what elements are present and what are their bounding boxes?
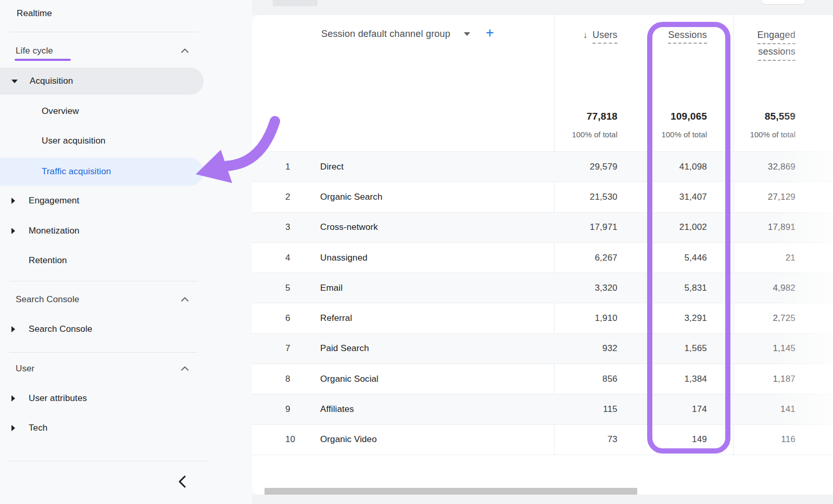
sidebar-item-retention[interactable]: Retention [0,247,204,274]
sidebar-item-search-console[interactable]: Search Console [0,316,204,343]
divider [9,32,198,32]
row-channel: Organic Social [320,374,378,384]
chevron-up-icon[interactable] [181,297,188,302]
sidebar-item-acquisition[interactable]: Acquisition [0,68,204,95]
total-engaged-subtext: 100% of total [750,130,796,139]
expand-triangle-icon[interactable] [11,425,15,431]
column-header-label: Engaged [758,30,796,44]
sidebar-item-label: Traffic acquisition [42,166,111,177]
row-users: 856 [602,374,617,384]
table-row[interactable]: 10 Organic Video 73 149 116 [252,425,833,455]
sort-descending-icon[interactable]: ↓ [583,30,588,40]
table-row[interactable]: 2 Organic Search 21,530 31,407 27,129 [252,182,833,212]
section-header-user[interactable]: User [0,355,204,382]
dimension-dropdown[interactable]: Session default channel group [321,29,450,40]
row-users: 6,267 [595,253,617,263]
row-sessions: 5,446 [684,253,707,263]
sidebar-item-monetization[interactable]: Monetization [0,217,204,244]
total-users-subtext: 100% of total [572,130,617,139]
column-header-users[interactable]: ↓Users [583,30,617,41]
sidebar-item-label: Monetization [29,226,80,236]
row-engaged: 4,982 [773,283,796,293]
table-row[interactable]: 8 Organic Social 856 1,384 1,187 [252,364,833,394]
chevron-left-icon [175,473,190,490]
sidebar-item-traffic-acquisition[interactable]: Traffic acquisition [0,158,204,186]
divider [9,352,198,353]
row-engaged: 17,891 [768,222,796,232]
report-navigation-sidebar: Realtime Life cycle Acquisition Overview… [0,0,252,504]
row-rank: 4 [285,253,290,263]
column-header-sessions[interactable]: Sessions [668,30,707,41]
row-sessions: 1,565 [684,343,707,354]
table-row[interactable]: 9 Affiliates 115 174 141 [252,394,833,424]
row-users: 1,910 [595,313,617,324]
expand-triangle-icon[interactable] [11,198,15,204]
row-sessions: 31,407 [679,192,707,202]
column-header-engaged-sessions[interactable]: Engaged sessions [758,30,796,61]
row-users: 115 [603,404,617,415]
sidebar-item-user-attributes[interactable]: User attributes [0,385,204,412]
sidebar-item-overview[interactable]: Overview [0,98,204,125]
row-users: 17,971 [590,222,617,232]
sidebar-item-label: Overview [42,106,79,117]
row-users: 29,579 [590,162,617,172]
table-row[interactable]: 3 Cross-network 17,971 21,002 17,891 [252,213,833,243]
row-channel: Direct [320,162,344,172]
sidebar-item-label: Acquisition [30,76,73,86]
row-rank: 2 [285,192,290,202]
row-sessions: 174 [692,404,707,415]
sidebar-item-label: Realtime [17,8,52,19]
dropdown-arrow-icon[interactable] [464,32,470,36]
scroll-remnant [273,0,318,6]
row-rank: 6 [285,313,290,324]
sidebar-item-label: Retention [29,255,67,266]
table-row[interactable]: 4 Unassigned 6,267 5,446 21 [252,243,833,273]
row-engaged: 141 [780,404,796,415]
row-engaged: 32,869 [768,162,796,172]
row-channel: Referral [320,313,352,324]
dimension-header: Session default channel group + [321,28,494,40]
traffic-acquisition-table-card: Session default channel group + ↓Users S… [252,15,833,495]
row-channel: Email [320,283,343,293]
row-engaged: 116 [781,434,796,445]
sidebar-item-label: Engagement [29,196,79,206]
page-background-band [252,495,833,504]
add-dimension-button[interactable]: + [486,26,494,40]
collapse-sidebar-button[interactable] [175,473,192,491]
table-row[interactable]: 6 Referral 1,910 3,291 2,725 [252,303,833,333]
table-row[interactable]: 5 Email 3,320 5,831 4,982 [252,273,833,303]
row-engaged: 21 [786,253,796,263]
total-engaged-sessions: 85,559 [765,111,796,122]
section-header-label: Life cycle [16,46,53,56]
row-engaged: 1,145 [773,343,796,354]
expand-triangle-icon[interactable] [11,326,15,332]
sidebar-item-realtime[interactable]: Realtime [0,0,204,27]
section-header-label: User [16,364,34,374]
sidebar-item-tech[interactable]: Tech [0,415,204,442]
row-rank: 10 [285,434,295,445]
row-sessions: 21,002 [679,222,707,232]
row-rank: 7 [285,343,290,354]
sidebar-item-engagement[interactable]: Engagement [0,187,204,214]
table-row[interactable]: 7 Paid Search 932 1,565 1,145 [252,334,833,364]
row-sessions: 41,098 [679,162,707,172]
chevron-up-icon[interactable] [181,366,188,371]
sidebar-item-label: User acquisition [42,136,106,146]
total-sessions: 109,065 [671,111,707,122]
collapse-triangle-icon[interactable] [11,80,18,83]
row-users: 73 [608,434,617,445]
total-users: 77,818 [587,111,617,122]
expand-triangle-icon[interactable] [11,228,15,234]
divider [9,461,207,461]
horizontal-scrollbar[interactable] [264,488,637,495]
expand-triangle-icon[interactable] [11,395,15,402]
total-sessions-subtext: 100% of total [661,130,707,139]
chevron-up-icon[interactable] [181,48,188,53]
row-sessions: 149 [692,434,707,445]
table-row[interactable]: 1 Direct 29,579 41,098 32,869 [252,152,833,182]
row-engaged: 27,129 [768,192,796,202]
sidebar-item-user-acquisition[interactable]: User acquisition [0,127,204,154]
row-rank: 9 [285,404,290,415]
section-header-search-console[interactable]: Search Console [0,286,204,313]
dialog-edge [761,0,806,5]
